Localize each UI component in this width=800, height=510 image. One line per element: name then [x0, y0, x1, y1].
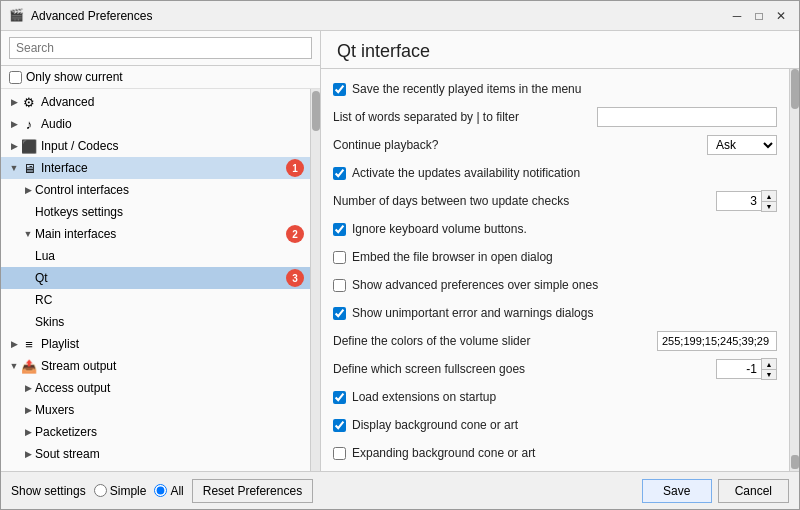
- words-filter-control: [597, 107, 777, 127]
- action-buttons: Save Cancel: [642, 479, 789, 503]
- setting-continue-playback: Continue playback? Ask Yes No: [333, 133, 777, 157]
- only-show-current-row: Only show current: [1, 66, 320, 89]
- save-button[interactable]: Save: [642, 479, 712, 503]
- qt-label: Qt: [35, 271, 282, 285]
- words-filter-input[interactable]: [597, 107, 777, 127]
- setting-show-advanced: Show advanced preferences over simple on…: [333, 273, 777, 297]
- sidebar-item-rc[interactable]: RC: [1, 289, 310, 311]
- embed-browser-label: Embed the file browser in open dialog: [352, 250, 777, 264]
- sidebar: Only show current ▶ ⚙ Advanced ▶ ♪ Audio: [1, 31, 321, 471]
- playlist-icon: ≡: [21, 336, 37, 352]
- main-interfaces-arrow: ▼: [21, 227, 35, 241]
- all-radio-label: All: [154, 484, 183, 498]
- update-days-input[interactable]: [716, 191, 761, 211]
- volume-colors-input[interactable]: [657, 331, 777, 351]
- setting-volume-colors: Define the colors of the volume slider: [333, 329, 777, 353]
- stream-arrow: ▼: [7, 359, 21, 373]
- show-advanced-label: Show advanced preferences over simple on…: [352, 278, 777, 292]
- packetizers-arrow: ▶: [21, 425, 35, 439]
- advanced-label: Advanced: [41, 95, 304, 109]
- sidebar-item-input-codecs[interactable]: ▶ ⬛ Input / Codecs: [1, 135, 310, 157]
- activate-updates-checkbox[interactable]: [333, 167, 346, 180]
- setting-ignore-keyboard: Ignore keyboard volume buttons.: [333, 217, 777, 241]
- sidebar-item-playlist[interactable]: ▶ ≡ Playlist: [1, 333, 310, 355]
- sidebar-item-hotkeys[interactable]: ▶ Hotkeys settings: [1, 201, 310, 223]
- skins-label: Skins: [35, 315, 304, 329]
- ignore-keyboard-checkbox[interactable]: [333, 223, 346, 236]
- only-show-current-checkbox[interactable]: [9, 71, 22, 84]
- all-radio[interactable]: [154, 484, 167, 497]
- lua-label: Lua: [35, 249, 304, 263]
- sidebar-scroll-thumb: [312, 91, 320, 131]
- update-days-decrement[interactable]: ▼: [762, 201, 776, 211]
- simple-radio[interactable]: [94, 484, 107, 497]
- sidebar-item-sout-stream[interactable]: ▶ Sout stream: [1, 443, 310, 465]
- update-days-increment[interactable]: ▲: [762, 191, 776, 201]
- fullscreen-screen-increment[interactable]: ▲: [762, 359, 776, 369]
- reset-preferences-button[interactable]: Reset Preferences: [192, 479, 313, 503]
- ignore-keyboard-label: Ignore keyboard volume buttons.: [352, 222, 777, 236]
- sidebar-item-control-interfaces[interactable]: ▶ Control interfaces: [1, 179, 310, 201]
- save-recently-checkbox[interactable]: [333, 83, 346, 96]
- cancel-button[interactable]: Cancel: [718, 479, 789, 503]
- rc-label: RC: [35, 293, 304, 307]
- settings-scrollbar[interactable]: [789, 69, 799, 471]
- search-input[interactable]: [9, 37, 312, 59]
- qt-badge: 3: [286, 269, 304, 287]
- show-unimportant-label: Show unimportant error and warnings dial…: [352, 306, 777, 320]
- settings-container: Save the recently played items in the me…: [321, 69, 789, 471]
- main-content: Only show current ▶ ⚙ Advanced ▶ ♪ Audio: [1, 31, 799, 471]
- panel-title: Qt interface: [337, 41, 783, 62]
- load-extensions-label: Load extensions on startup: [352, 390, 777, 404]
- access-arrow: ▶: [21, 381, 35, 395]
- sidebar-item-lua[interactable]: Lua: [1, 245, 310, 267]
- words-filter-label: List of words separated by | to filter: [333, 110, 597, 124]
- sidebar-item-packetizers[interactable]: ▶ Packetizers: [1, 421, 310, 443]
- embed-browser-checkbox[interactable]: [333, 251, 346, 264]
- sidebar-scrollbar[interactable]: [310, 89, 320, 471]
- stream-icon: 📤: [21, 358, 37, 374]
- search-box: [1, 31, 320, 66]
- sidebar-item-muxers[interactable]: ▶ Muxers: [1, 399, 310, 421]
- tree-container: ▶ ⚙ Advanced ▶ ♪ Audio ▶ ⬛ Input / C: [1, 89, 310, 471]
- sidebar-item-access-output[interactable]: ▶ Access output: [1, 377, 310, 399]
- load-extensions-checkbox[interactable]: [333, 391, 346, 404]
- sidebar-item-audio[interactable]: ▶ ♪ Audio: [1, 113, 310, 135]
- maximize-button[interactable]: □: [749, 6, 769, 26]
- continue-playback-label: Continue playback?: [333, 138, 697, 152]
- input-codecs-label: Input / Codecs: [41, 139, 304, 153]
- minimize-button[interactable]: ─: [727, 6, 747, 26]
- sidebar-item-advanced[interactable]: ▶ ⚙ Advanced: [1, 91, 310, 113]
- sidebar-item-interface[interactable]: ▼ 🖥 Interface 1: [1, 157, 310, 179]
- fullscreen-screen-input[interactable]: [716, 359, 761, 379]
- main-interfaces-badge: 2: [286, 225, 304, 243]
- interface-badge: 1: [286, 159, 304, 177]
- packetizers-label: Packetizers: [35, 425, 304, 439]
- simple-label: Simple: [110, 484, 147, 498]
- sidebar-item-main-interfaces[interactable]: ▼ Main interfaces 2: [1, 223, 310, 245]
- sidebar-item-skins[interactable]: Skins: [1, 311, 310, 333]
- sidebar-item-qt[interactable]: Qt 3: [1, 267, 310, 289]
- setting-fullscreen-screen: Define which screen fullscreen goes ▲ ▼: [333, 357, 777, 381]
- window-title: Advanced Preferences: [31, 9, 727, 23]
- expanding-background-checkbox[interactable]: [333, 447, 346, 460]
- close-button[interactable]: ✕: [771, 6, 791, 26]
- advanced-preferences-window: 🎬 Advanced Preferences ─ □ ✕ Only show c…: [0, 0, 800, 510]
- display-background-label: Display background cone or art: [352, 418, 777, 432]
- all-label: All: [170, 484, 183, 498]
- app-icon: 🎬: [9, 8, 25, 24]
- save-recently-label: Save the recently played items in the me…: [352, 82, 777, 96]
- show-unimportant-checkbox[interactable]: [333, 307, 346, 320]
- fullscreen-screen-decrement[interactable]: ▼: [762, 369, 776, 379]
- display-background-checkbox[interactable]: [333, 419, 346, 432]
- show-settings-label: Show settings: [11, 484, 86, 498]
- show-advanced-checkbox[interactable]: [333, 279, 346, 292]
- setting-display-background: Display background cone or art: [333, 413, 777, 437]
- window-controls: ─ □ ✕: [727, 6, 791, 26]
- update-days-label: Number of days between two update checks: [333, 194, 697, 208]
- continue-playback-select[interactable]: Ask Yes No: [707, 135, 777, 155]
- sidebar-item-stream-output[interactable]: ▼ 📤 Stream output: [1, 355, 310, 377]
- bottom-bar: Show settings Simple All Reset Preferenc…: [1, 471, 799, 509]
- sout-label: Sout stream: [35, 447, 304, 461]
- setting-show-unimportant: Show unimportant error and warnings dial…: [333, 301, 777, 325]
